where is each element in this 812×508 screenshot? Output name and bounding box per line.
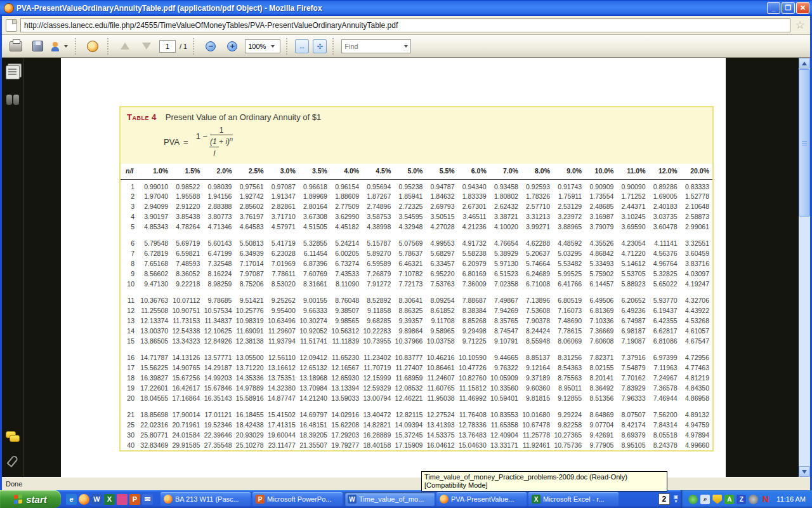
table-cell: 5.38929	[490, 248, 521, 258]
table-cell: 4.94759	[681, 420, 712, 430]
fit-width-button[interactable]: ↔	[295, 39, 309, 53]
table-cell: 5.99525	[553, 269, 585, 279]
permissions-button[interactable]	[50, 38, 69, 55]
table-cell: 9.71225	[458, 336, 490, 346]
start-button[interactable]: start	[0, 490, 61, 508]
table-cell: 7.60608	[585, 336, 617, 346]
table-row: 2522.0231620.7196119.5234618.4243817.413…	[121, 420, 712, 430]
taskbar-task-ppt[interactable]: PMicrosoft PowerPo...	[252, 492, 343, 506]
tray-n-icon[interactable]: N	[761, 495, 770, 504]
tray-round-icon[interactable]	[749, 495, 758, 504]
tray-z-icon[interactable]: Z	[737, 495, 746, 504]
taskbar-chevron-icon[interactable]: ▣▾	[674, 490, 679, 508]
fit-page-button[interactable]: ✣	[313, 39, 327, 53]
table-cell: 13.75351	[267, 373, 299, 383]
table-cell: 6.42355	[649, 316, 681, 326]
paperclip-icon[interactable]	[6, 455, 18, 467]
powerpoint-icon[interactable]: P	[129, 494, 140, 505]
find-input[interactable]	[344, 43, 404, 50]
save-button[interactable]	[29, 38, 46, 55]
table-cell: 3.46511	[458, 211, 490, 222]
zoom-level-value: 100%	[248, 43, 266, 50]
table-cell: 2.85602	[235, 201, 266, 211]
table-cell: 0.98522	[171, 179, 203, 191]
key-icon[interactable]	[117, 494, 128, 505]
start-label: start	[26, 494, 47, 505]
table-cell: 8.20141	[585, 373, 617, 383]
tray-tool-icon[interactable]: ⌕	[700, 495, 710, 504]
table-cell: 11.29607	[267, 326, 299, 336]
zoom-level-select[interactable]: 100%	[245, 39, 280, 53]
table-cell: 10.03758	[426, 336, 457, 346]
zoom-out-button[interactable]: −	[202, 38, 219, 55]
taskbar-task-excel[interactable]: XMicrosoft Excel - r...	[528, 492, 619, 506]
table-cell: 6.95220	[426, 269, 457, 279]
taskbar-task-firefox[interactable]: PVA-PresentValue...	[436, 492, 527, 506]
table-cell: 12.46221	[394, 393, 426, 403]
minimize-button[interactable]: _	[767, 2, 780, 14]
col-header: 7.0%	[490, 165, 521, 179]
language-indicator[interactable]: 2	[658, 493, 670, 505]
table-cell: 9.76322	[490, 363, 521, 373]
open-in-window-button[interactable]	[84, 38, 102, 55]
print-button[interactable]	[7, 38, 25, 55]
save-icon	[32, 41, 43, 51]
tray-shield-icon[interactable]	[712, 495, 722, 504]
taskbar-task-firefox[interactable]: BA 213 W11 (Pasc...	[160, 492, 251, 506]
tray-globe-icon[interactable]	[688, 495, 698, 504]
tray-a-icon[interactable]: A	[724, 495, 734, 504]
table-cell: 14.35336	[235, 373, 266, 383]
table-cell: 2.48685	[585, 201, 617, 211]
table-cell: 24.01584	[171, 430, 203, 440]
taskbar-task-word[interactable]: WTime_value_of_mo...	[344, 492, 435, 506]
scroll-down-button[interactable]	[799, 466, 810, 477]
clock[interactable]: 11:16 AM	[776, 495, 806, 503]
internet-explorer-icon[interactable]: e	[66, 494, 77, 505]
next-page-button[interactable]	[138, 38, 155, 55]
page-number-input[interactable]	[159, 40, 176, 53]
table-cell: 4.86842	[585, 248, 617, 258]
scrollbar-thumb[interactable]	[799, 69, 810, 217]
table-cell: 1.84632	[426, 191, 457, 201]
table-cell: 9.89864	[394, 326, 426, 336]
task-label: Microsoft Excel - r...	[543, 495, 605, 503]
table-cell: 8.02155	[585, 363, 617, 373]
firefox-icon[interactable]	[79, 494, 89, 505]
table-cell: 13.05500	[235, 352, 266, 363]
scroll-up-button[interactable]	[799, 58, 810, 69]
col-header: 3.5%	[299, 165, 331, 179]
url-input[interactable]	[20, 18, 790, 32]
table-cell: 7.53763	[426, 279, 457, 289]
table-cell: 7.36578	[649, 383, 681, 393]
bookmark-star-icon[interactable]: ☆	[794, 19, 806, 32]
table-cell: 10.33560	[490, 383, 521, 393]
table-cell: 12.65132	[299, 363, 331, 373]
table-cell: 6.87396	[299, 258, 331, 269]
table-cell: 6.80519	[553, 295, 585, 305]
table-cell: 4.11141	[649, 238, 681, 248]
table-cell: 16.04612	[426, 440, 457, 450]
table-cell: 22.39646	[203, 430, 235, 440]
table-cell: 8.30641	[394, 295, 426, 305]
table-cell: 9.51421	[235, 295, 266, 305]
table-cell: 16.28889	[362, 430, 394, 440]
pages-panel-icon[interactable]	[6, 65, 20, 79]
table-cell: 11.11839	[331, 336, 362, 346]
vertical-scrollbar[interactable]	[799, 58, 810, 477]
table-cell: 9.60360	[521, 383, 553, 393]
restore-button[interactable]: ❐	[782, 2, 795, 14]
search-icon[interactable]	[6, 93, 20, 107]
table-row: 87.651687.485937.325487.170147.019696.87…	[121, 258, 712, 269]
table-row: 54.853434.782644.713464.645834.579714.51…	[121, 222, 712, 232]
word-icon[interactable]: W	[91, 494, 102, 505]
previous-page-button[interactable]	[116, 38, 134, 55]
table-cell: 2.40183	[649, 201, 681, 211]
table-cell: 13.16612	[267, 363, 299, 373]
excel-icon[interactable]: X	[104, 494, 115, 505]
table-cell: 11.51741	[299, 336, 331, 346]
outlook-icon[interactable]: ✉	[142, 494, 153, 505]
zoom-in-button[interactable]: +	[223, 38, 241, 55]
table-cell: 8.86325	[394, 305, 426, 316]
close-button[interactable]: ✕	[796, 2, 809, 14]
comments-icon[interactable]	[6, 430, 20, 444]
